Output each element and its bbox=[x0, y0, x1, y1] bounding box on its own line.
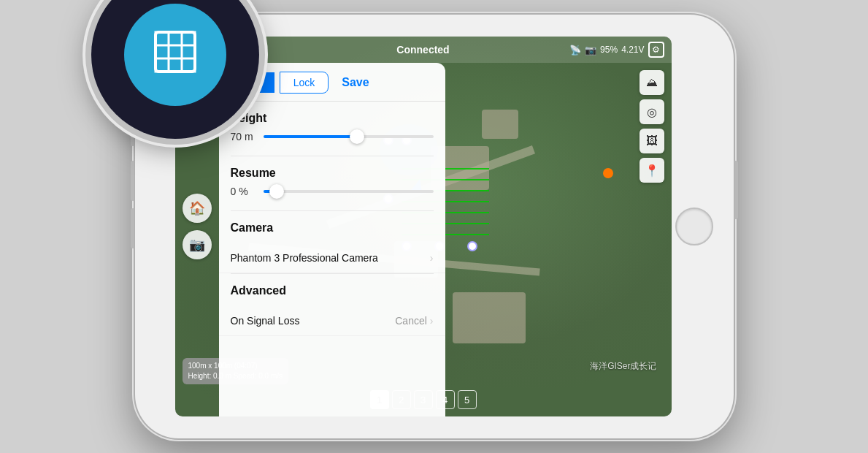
connection-status: Connected bbox=[396, 44, 449, 56]
height-slider-row: 70 m bbox=[231, 131, 434, 150]
map-toolbar: ⛰ ◎ 🖼 📍 bbox=[640, 70, 664, 183]
camera-indicator-icon: 📡 bbox=[569, 44, 581, 56]
save-button[interactable]: Save bbox=[342, 76, 369, 89]
resume-section: Resume 0 % bbox=[219, 156, 445, 210]
chevron-right-icon: › bbox=[430, 252, 434, 264]
location-tool-button[interactable]: ◎ bbox=[640, 99, 664, 124]
waypoint-dot bbox=[467, 241, 477, 251]
advanced-section-header: Advanced bbox=[219, 274, 445, 306]
resume-slider[interactable] bbox=[264, 190, 434, 193]
height-value: 70 m bbox=[231, 131, 256, 142]
camera-device-row[interactable]: Phantom 3 Professional Camera › bbox=[219, 243, 445, 273]
volume-down-button[interactable] bbox=[131, 208, 134, 248]
signal-loss-value: Cancel › bbox=[395, 315, 433, 327]
terrain-tool-button[interactable]: ⛰ bbox=[640, 70, 664, 95]
watermark: 海洋GISer成长记 bbox=[590, 360, 656, 373]
camera-device-chevron: › bbox=[430, 252, 434, 264]
scene: Connected 📡 📷 95% 4.21V ⚙ ⛰ ◎ 🖼 📍 bbox=[0, 0, 868, 453]
status-indicators: 📡 📷 95% 4.21V ⚙ bbox=[569, 42, 664, 58]
resume-slider-row: 0 % bbox=[231, 186, 434, 205]
mission-settings-panel: Edit Lock Save Height 70 m bbox=[219, 63, 445, 416]
signal-loss-label: On Signal Loss bbox=[231, 315, 300, 327]
home-button[interactable] bbox=[675, 208, 713, 245]
left-sidebar: 🏠 📷 bbox=[183, 194, 212, 259]
page-5-button[interactable]: 5 bbox=[458, 390, 477, 409]
camera-section-header: Camera bbox=[219, 211, 445, 243]
app-logo-icon bbox=[150, 26, 201, 83]
height-section-title: Height bbox=[231, 112, 267, 124]
resume-value: 0 % bbox=[231, 186, 256, 197]
resume-section-title: Resume bbox=[231, 167, 434, 180]
home-sidebar-button[interactable]: 🏠 bbox=[183, 194, 212, 223]
advanced-section-title: Advanced bbox=[231, 284, 434, 297]
battery-percentage: 95% bbox=[600, 45, 618, 55]
signal-loss-chevron-icon: › bbox=[430, 315, 434, 327]
signal-icon: 📷 bbox=[585, 44, 596, 56]
camera-section-title: Camera bbox=[231, 221, 434, 235]
logo-inner-circle bbox=[124, 4, 226, 106]
height-slider[interactable] bbox=[264, 135, 434, 138]
settings-button[interactable]: ⚙ bbox=[648, 42, 664, 58]
phone-shell: Connected 📡 📷 95% 4.21V ⚙ ⛰ ◎ 🖼 📍 bbox=[135, 15, 734, 438]
signal-loss-cancel: Cancel bbox=[395, 315, 427, 327]
image-tool-button[interactable]: 🖼 bbox=[640, 129, 664, 153]
height-section: Height 70 m bbox=[219, 102, 445, 156]
camera-device-label: Phantom 3 Professional Camera bbox=[231, 252, 378, 264]
power-button[interactable] bbox=[734, 161, 738, 219]
volume-up-button[interactable] bbox=[131, 161, 134, 201]
svg-rect-0 bbox=[155, 32, 195, 72]
height-label: Height bbox=[231, 112, 434, 125]
camera-sidebar-button[interactable]: 📷 bbox=[183, 230, 212, 259]
map-point-of-interest bbox=[603, 168, 613, 178]
lock-button[interactable]: Lock bbox=[280, 72, 329, 94]
signal-loss-row[interactable]: On Signal Loss Cancel › bbox=[219, 306, 445, 336]
pin-tool-button[interactable]: 📍 bbox=[640, 158, 664, 183]
battery-voltage: 4.21V bbox=[621, 45, 644, 55]
